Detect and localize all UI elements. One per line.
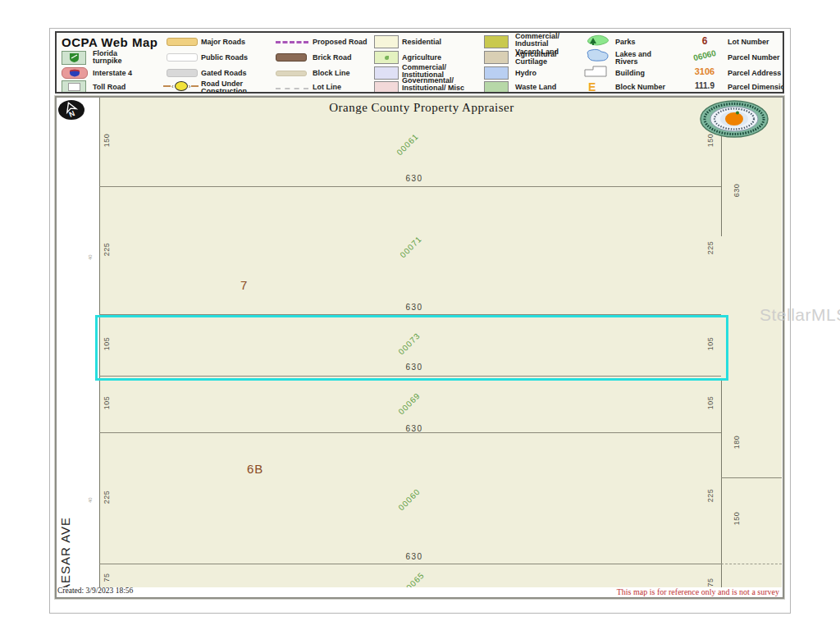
florida-turnpike-icon	[62, 51, 86, 65]
parcel-line	[721, 136, 722, 236]
legend-item-toll-road	[62, 80, 86, 94]
road-width-label: 40	[88, 490, 93, 503]
commercial-industrial-vacant-swatch	[484, 35, 509, 48]
dimension-label: 105	[103, 393, 111, 413]
legend-label: Block Number	[615, 84, 669, 91]
parcel-line	[99, 186, 721, 187]
legend-label: Lot Line	[313, 84, 375, 91]
created-timestamp: Created: 3/9/2023 18:56	[57, 587, 133, 595]
major-roads-swatch	[167, 38, 198, 46]
dimension-label: 225	[103, 487, 111, 507]
legend-label: Parcel Number	[728, 54, 784, 62]
map-title: Orange County Property Appraiser	[270, 101, 573, 115]
legend-label: Agricultural Curtilage	[515, 51, 574, 66]
dimension-label: 150	[733, 509, 741, 528]
map-canvas: 150 225 105 105 225 75 150 225 105 105 2…	[55, 96, 784, 599]
agriculture-swatch	[374, 51, 399, 64]
legend-item-lakes-rivers	[583, 49, 611, 64]
legend-label: Toll Road	[93, 84, 145, 91]
legend-item-public-roads	[167, 50, 198, 65]
north-arrow-icon: N	[57, 99, 85, 124]
legend-label: Governmental/ Institutional/ Misc	[402, 77, 466, 93]
legend-label: Parks	[615, 39, 669, 46]
legend-label: Major Roads	[201, 39, 267, 46]
legend-item-interstate-4	[62, 66, 88, 80]
legend-label: Block Line	[313, 70, 375, 77]
dimension-label: 225	[706, 238, 714, 258]
legend-item-major-roads	[167, 34, 198, 49]
hydro-swatch	[484, 66, 509, 80]
dimension-label: 105	[103, 334, 111, 354]
dimension-label: 225	[706, 486, 714, 505]
legend-label: Interstate 4	[93, 70, 145, 77]
legend-item-waste-land	[484, 80, 509, 94]
legend-item-block-line	[276, 66, 307, 80]
governmental-swatch	[374, 81, 399, 94]
toll-road-icon	[62, 80, 86, 94]
legend-label: Gated Roads	[201, 70, 267, 77]
app-title: OCPA Web Map	[62, 35, 158, 49]
map-page: OCPA Web Map Florida turnpike Interstate…	[49, 28, 791, 614]
legend-item-building	[583, 66, 608, 80]
lot-line-swatch	[276, 88, 308, 89]
parcel-line	[721, 379, 722, 589]
legend-item-lot-line	[276, 81, 308, 94]
legend-item-proposed-road	[276, 34, 308, 49]
legend-label: Lakes and Rivers	[615, 51, 669, 66]
legend-label: Proposed Road	[313, 39, 378, 46]
dimension-label: 630	[399, 363, 429, 372]
legend-label: Agriculture	[402, 54, 466, 62]
block-number-label: 6B	[247, 462, 263, 476]
parcel-line	[99, 564, 721, 564]
dimension-label: 630	[399, 552, 429, 561]
parcel-address-sample: 3106	[687, 66, 723, 76]
legend-item-road-under-construction: ‹ ›	[163, 79, 199, 94]
block-line-swatch	[276, 71, 307, 76]
legend-item-block-number: E	[588, 80, 596, 94]
dimension-label: 630	[399, 424, 429, 433]
public-roads-swatch	[167, 53, 198, 62]
residential-swatch	[374, 35, 399, 48]
parcel-dashed-line	[721, 564, 782, 564]
legend-label: Lot Number	[728, 39, 784, 46]
disclaimer-text: This map is for reference only and is no…	[617, 587, 779, 596]
legend-label: Hydro	[515, 70, 574, 77]
legend-item-commercial-institutional	[374, 66, 399, 80]
dimension-label: 180	[733, 432, 741, 452]
lakes-and-rivers-icon	[583, 48, 611, 66]
legend-item-parks	[583, 34, 611, 49]
parcel-line	[721, 477, 782, 478]
legend-label: Florida turnpike	[93, 50, 145, 66]
parcel-number-sample: 06060	[686, 47, 723, 64]
lot-number-sample: 6	[687, 35, 723, 47]
dimension-label: 630	[399, 174, 429, 183]
dimension-label: 150	[103, 130, 111, 150]
road-width-label: 40	[88, 247, 93, 260]
building-icon	[583, 65, 608, 81]
legend-label: Waste Land	[515, 84, 574, 91]
legend-label: Public Roads	[201, 54, 267, 62]
dimension-label: 225	[103, 240, 111, 259]
commercial-institutional-swatch	[374, 66, 399, 80]
legend-item-commercial-industrial-vacant	[484, 34, 509, 49]
dimension-label: 105	[706, 334, 714, 354]
proposed-road-swatch	[276, 41, 308, 43]
waste-land-swatch	[484, 81, 509, 94]
legend-item-residential	[374, 34, 399, 49]
agricultural-curtilage-swatch	[484, 51, 509, 64]
dimension-label: 75	[103, 568, 111, 587]
road-under-construction-icon: ‹ ›	[163, 81, 199, 91]
county-seal	[700, 100, 769, 141]
parcel-dimensions-sample: 111.9	[687, 81, 723, 90]
legend-label: Road Under Construction	[201, 80, 267, 94]
legend-panel: OCPA Web Map Florida turnpike Interstate…	[55, 31, 784, 94]
brick-road-swatch	[276, 53, 307, 62]
legend-item-florida-turnpike	[62, 50, 86, 65]
legend-label: Parcel Address	[728, 70, 784, 77]
watermark: StellarMLS	[760, 305, 840, 325]
legend-item-agricultural-curtilage	[484, 50, 509, 65]
dimension-label: 630	[399, 303, 429, 312]
legend-label: Parcel Dimensions	[728, 84, 784, 91]
legend-item-governmental	[374, 80, 399, 94]
legend-item-hydro	[484, 66, 509, 80]
